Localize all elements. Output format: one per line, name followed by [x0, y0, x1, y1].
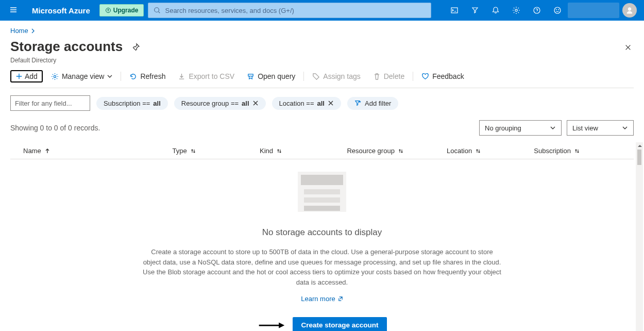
viewmode-dropdown[interactable]: List view — [567, 120, 634, 136]
assign-tags-button[interactable]: Assign tags — [308, 70, 364, 82]
column-header-location[interactable]: Location — [447, 147, 534, 155]
close-icon[interactable] — [328, 100, 334, 106]
learn-more-link[interactable]: Learn more — [301, 295, 343, 303]
manage-view-button[interactable]: Manage view — [47, 70, 117, 82]
page-title: Storage accounts — [10, 39, 123, 55]
learn-more-label: Learn more — [301, 295, 335, 303]
records-summary: Showing 0 to 0 of 0 records. — [10, 124, 100, 132]
delete-button[interactable]: Delete — [369, 70, 409, 82]
svg-point-6 — [556, 9, 556, 10]
feedback-smiley-icon[interactable] — [547, 0, 568, 21]
brand-label[interactable]: Microsoft Azure — [27, 6, 95, 15]
svg-point-8 — [628, 8, 631, 11]
chevron-right-icon — [30, 28, 36, 34]
svg-point-5 — [554, 7, 561, 13]
sort-icon — [190, 148, 196, 154]
breadcrumb-home[interactable]: Home — [10, 27, 28, 35]
trash-icon — [373, 73, 381, 80]
filter-pill-location[interactable]: Location == all — [272, 97, 341, 110]
export-csv-label: Export to CSV — [189, 72, 234, 80]
notifications-icon[interactable] — [485, 0, 506, 21]
toolbar: Add Manage view Refresh Export to CSV Op… — [10, 70, 634, 88]
svg-rect-2 — [451, 8, 457, 13]
search-icon — [154, 7, 161, 14]
upgrade-icon — [105, 7, 111, 13]
cloud-shell-icon[interactable] — [444, 0, 465, 21]
svg-point-7 — [558, 9, 559, 10]
settings-icon[interactable] — [506, 0, 527, 21]
filter-pill-resourcegroup[interactable]: Resource group == all — [174, 97, 266, 110]
refresh-label: Refresh — [140, 72, 165, 80]
manage-view-label: Manage view — [62, 72, 105, 80]
help-icon[interactable] — [527, 0, 547, 21]
filter-label: Resource group == — [181, 100, 239, 107]
svg-point-9 — [54, 75, 56, 77]
account-label-redacted[interactable] — [568, 3, 619, 18]
close-blade-button[interactable] — [622, 41, 634, 56]
svg-point-4 — [534, 7, 540, 13]
empty-description: Create a storage account to store up to … — [142, 247, 502, 287]
upgrade-button[interactable]: Upgrade — [99, 4, 144, 16]
create-storage-account-button[interactable]: Create storage account — [293, 317, 386, 331]
refresh-icon — [129, 73, 137, 80]
directory-filter-icon[interactable] — [465, 0, 485, 21]
hamburger-icon[interactable] — [4, 3, 23, 19]
gear-icon — [51, 73, 59, 80]
refresh-button[interactable]: Refresh — [125, 70, 170, 82]
vertical-scrollbar[interactable] — [636, 150, 643, 331]
toolbar-separator — [413, 72, 413, 81]
create-button-label: Create storage account — [301, 321, 378, 329]
chevron-down-icon — [550, 125, 556, 131]
assign-tags-label: Assign tags — [323, 72, 360, 80]
filter-value: all — [317, 100, 325, 107]
viewmode-selected: List view — [572, 124, 598, 132]
close-icon — [624, 44, 632, 51]
empty-illustration — [298, 172, 346, 212]
azure-topbar: Microsoft Azure Upgrade Search resources… — [0, 0, 644, 21]
search-input[interactable]: Search resources, services, and docs (G+… — [148, 3, 431, 18]
upgrade-label: Upgrade — [113, 7, 139, 14]
export-csv-button[interactable]: Export to CSV — [174, 70, 239, 82]
feedback-button[interactable]: Feedback — [417, 70, 468, 82]
avatar[interactable] — [619, 0, 640, 21]
add-label: Add — [25, 72, 38, 80]
column-header-resourcegroup[interactable]: Resource group — [347, 147, 447, 155]
heart-icon — [421, 73, 429, 80]
column-header-kind[interactable]: Kind — [260, 147, 347, 155]
filter-pill-subscription[interactable]: Subscription == all — [96, 97, 168, 110]
breadcrumb: Home — [10, 27, 634, 35]
sort-icon — [475, 148, 481, 154]
search-placeholder: Search resources, services, and docs (G+… — [165, 7, 294, 14]
page-subtitle: Default Directory — [10, 57, 634, 64]
person-icon — [625, 6, 634, 14]
close-icon[interactable] — [252, 100, 259, 106]
records-row: Showing 0 to 0 of 0 records. No grouping… — [10, 120, 634, 136]
chevron-down-icon — [622, 125, 628, 131]
filter-text-input[interactable]: Filter for any field... — [10, 95, 90, 111]
column-header-subscription[interactable]: Subscription — [534, 147, 634, 155]
grouping-dropdown[interactable]: No grouping — [479, 120, 562, 136]
query-icon — [247, 73, 255, 80]
add-filter-button[interactable]: Add filter — [347, 97, 398, 110]
add-button[interactable]: Add — [10, 70, 43, 82]
sort-icon — [398, 148, 404, 154]
delete-label: Delete — [384, 72, 404, 80]
filter-value: all — [153, 100, 160, 107]
scroll-up-button[interactable] — [636, 142, 643, 150]
external-link-icon — [337, 296, 343, 302]
sort-icon — [574, 148, 580, 154]
pointer-arrow-icon — [257, 321, 285, 330]
download-icon — [178, 73, 185, 80]
chevron-down-icon — [107, 74, 112, 79]
sort-asc-icon — [44, 148, 50, 154]
open-query-button[interactable]: Open query — [243, 70, 299, 82]
funnel-plus-icon — [354, 100, 362, 107]
toolbar-separator — [303, 72, 304, 81]
feedback-label: Feedback — [432, 72, 464, 80]
sort-icon — [276, 148, 282, 154]
table-header: Name Type Kind Resource group Location S… — [10, 143, 634, 159]
column-header-type[interactable]: Type — [173, 147, 260, 155]
pin-icon[interactable] — [129, 40, 143, 54]
svg-point-1 — [155, 8, 159, 12]
column-header-name[interactable]: Name — [10, 147, 173, 155]
